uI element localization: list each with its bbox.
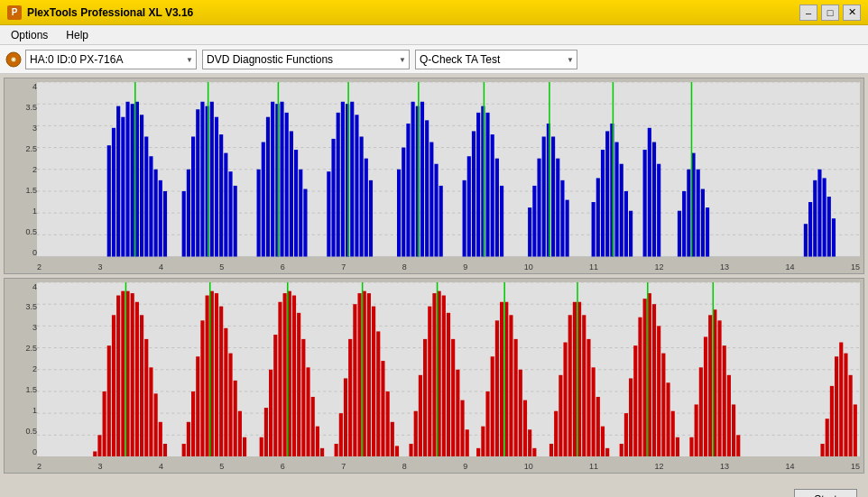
- svg-rect-176: [320, 447, 324, 456]
- svg-rect-219: [532, 447, 536, 456]
- svg-rect-121: [832, 218, 836, 256]
- svg-rect-164: [264, 408, 268, 456]
- svg-rect-236: [624, 413, 628, 456]
- svg-rect-104: [652, 143, 656, 257]
- svg-rect-46: [290, 131, 293, 256]
- device-select[interactable]: HA:0 ID:0 PX-716A: [25, 50, 197, 69]
- test-select[interactable]: Q-Check TA Test: [415, 50, 577, 69]
- svg-rect-170: [292, 295, 296, 456]
- svg-rect-131: [93, 451, 97, 456]
- bottom-chart-x-axis: 2 3 4 5 6 7 8 9 10 11 12 13 14 15: [37, 462, 860, 471]
- svg-rect-40: [262, 143, 265, 257]
- svg-rect-78: [485, 113, 489, 257]
- svg-rect-54: [341, 102, 345, 257]
- svg-rect-143: [149, 367, 152, 456]
- svg-rect-79: [491, 134, 494, 256]
- svg-rect-23: [159, 180, 162, 257]
- svg-rect-207: [476, 447, 480, 456]
- svg-rect-196: [423, 338, 427, 456]
- svg-rect-182: [353, 304, 356, 456]
- svg-rect-35: [224, 153, 227, 257]
- top-chart-x-axis: 2 3 4 5 6 7 8 9 10 11 12 13 14 15: [37, 262, 860, 272]
- svg-rect-119: [823, 178, 826, 256]
- svg-rect-216: [519, 369, 522, 456]
- titlebar-controls: – □ ✕: [799, 5, 861, 21]
- svg-rect-221: [549, 443, 553, 456]
- function-select[interactable]: DVD Diagnostic Functions: [202, 50, 410, 69]
- svg-rect-258: [732, 404, 735, 456]
- titlebar-left: P PlexTools Professional XL V3.16: [7, 5, 193, 20]
- svg-rect-161: [243, 437, 246, 456]
- svg-rect-185: [367, 293, 371, 456]
- svg-rect-155: [215, 293, 218, 456]
- svg-rect-190: [391, 421, 394, 456]
- svg-rect-63: [402, 148, 405, 257]
- function-select-wrapper[interactable]: DVD Diagnostic Functions: [202, 50, 410, 69]
- svg-rect-168: [283, 293, 287, 456]
- svg-rect-13: [112, 128, 115, 257]
- svg-rect-37: [234, 186, 237, 257]
- svg-rect-191: [395, 446, 399, 456]
- svg-rect-188: [381, 361, 384, 456]
- svg-rect-60: [369, 180, 373, 257]
- svg-rect-209: [485, 391, 489, 456]
- svg-rect-71: [439, 186, 443, 257]
- svg-rect-81: [500, 186, 503, 257]
- svg-rect-139: [131, 293, 134, 456]
- svg-rect-222: [554, 410, 558, 456]
- svg-rect-144: [154, 393, 158, 456]
- menubar: Options Help: [0, 25, 868, 45]
- svg-rect-136: [116, 295, 120, 456]
- svg-rect-214: [509, 315, 512, 456]
- svg-rect-96: [605, 131, 609, 256]
- svg-rect-101: [629, 211, 633, 257]
- action-buttons: Start ⓘ: [794, 489, 857, 497]
- svg-rect-158: [228, 353, 232, 456]
- svg-rect-189: [386, 391, 390, 456]
- svg-rect-103: [648, 128, 651, 257]
- svg-rect-86: [542, 136, 546, 256]
- svg-rect-100: [624, 191, 628, 257]
- svg-rect-233: [605, 447, 609, 456]
- menu-options[interactable]: Options: [4, 27, 55, 43]
- svg-rect-102: [643, 150, 647, 257]
- svg-rect-266: [844, 353, 847, 456]
- svg-rect-120: [827, 197, 831, 257]
- maximize-button[interactable]: □: [821, 5, 839, 21]
- svg-rect-69: [429, 143, 433, 257]
- svg-rect-108: [682, 191, 686, 257]
- svg-rect-98: [614, 143, 618, 257]
- svg-rect-215: [514, 338, 518, 456]
- menu-help[interactable]: Help: [59, 27, 96, 43]
- titlebar: P PlexTools Professional XL V3.16 – □ ✕: [0, 0, 868, 25]
- svg-rect-197: [428, 306, 431, 456]
- svg-rect-186: [372, 306, 375, 456]
- svg-rect-22: [154, 170, 158, 257]
- top-chart-container: 4 3.5 3 2.5 2 1.5 1 0.5 0: [4, 78, 864, 274]
- svg-rect-115: [804, 224, 808, 256]
- svg-rect-264: [835, 356, 838, 456]
- svg-rect-134: [107, 345, 111, 456]
- svg-rect-94: [596, 178, 600, 256]
- svg-rect-76: [476, 113, 480, 257]
- svg-rect-200: [442, 295, 446, 456]
- svg-rect-64: [406, 124, 410, 257]
- svg-rect-202: [451, 338, 455, 456]
- titlebar-title: PlexTools Professional XL V3.16: [27, 6, 193, 19]
- toolbar: HA:0 ID:0 PX-716A DVD Diagnostic Functio…: [0, 45, 868, 74]
- test-select-wrapper[interactable]: Q-Check TA Test: [415, 50, 577, 69]
- minimize-button[interactable]: –: [799, 5, 817, 21]
- close-button[interactable]: ✕: [843, 5, 861, 21]
- svg-rect-68: [425, 120, 429, 256]
- bottom-chart-area: [37, 282, 860, 457]
- device-select-wrapper[interactable]: HA:0 ID:0 PX-716A: [25, 50, 197, 69]
- start-button[interactable]: Start: [794, 489, 857, 497]
- svg-rect-153: [206, 295, 209, 456]
- svg-rect-251: [699, 367, 703, 456]
- svg-rect-84: [532, 186, 536, 257]
- svg-rect-211: [495, 320, 499, 456]
- svg-rect-135: [112, 315, 115, 456]
- svg-rect-132: [97, 435, 101, 456]
- svg-rect-74: [467, 156, 471, 256]
- top-chart-y-axis: 4 3.5 3 2.5 2 1.5 1 0.5 0: [6, 82, 37, 257]
